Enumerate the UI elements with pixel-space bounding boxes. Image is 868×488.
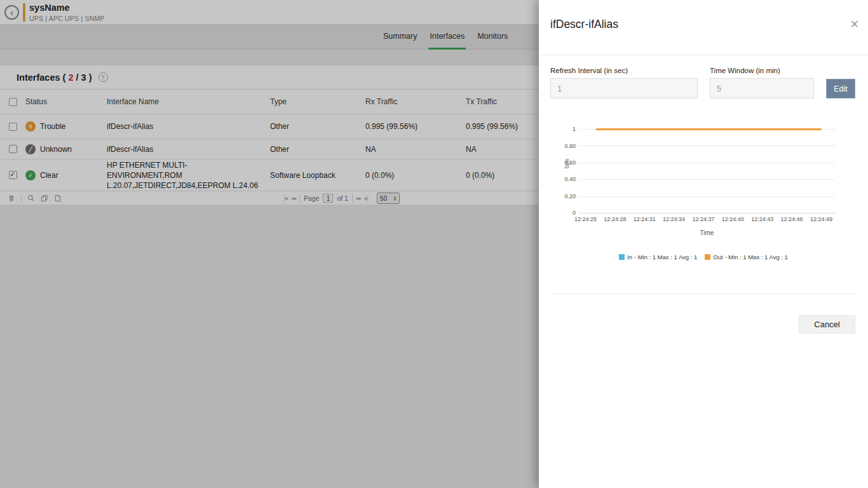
y-tick: 1 [539,126,576,132]
y-tick: 0 [539,210,576,216]
y-tick: 0.80 [539,143,576,149]
x-tick: 12:24:49 [810,216,832,222]
panel-divider [539,55,868,55]
legend-label: In - Min : 1 Max : 1 Avg : 1 [627,254,697,261]
y-tick: 0.40 [539,176,576,182]
edit-button[interactable]: Edit [826,79,855,98]
time-window-input[interactable] [710,78,814,98]
chart-legend: In - Min : 1 Max : 1 Avg : 1 Out - Min :… [539,254,868,261]
panel-title: ifDescr-ifAlias [550,18,618,31]
chart-plot-area [578,129,836,213]
interface-detail-panel: ifDescr-ifAlias ✕ Refresh Interval (in s… [539,0,868,488]
x-tick: 12:24:40 [722,216,744,222]
x-axis-ticks: 12:24:25 12:24:28 12:24:31 12:24:34 12:2… [574,216,832,222]
legend-label: Out - Min : 1 Max : 1 Avg : 1 [713,254,788,261]
x-tick: 12:24:43 [751,216,773,222]
legend-item-out: Out - Min : 1 Max : 1 Avg : 1 [705,254,788,261]
x-tick: 12:24:25 [574,216,597,222]
panel-divider [552,294,855,294]
cancel-button[interactable]: Cancel [799,315,855,334]
y-tick: 0.20 [539,193,576,200]
x-axis-title: Time [578,229,836,236]
legend-item-in: In - Min : 1 Max : 1 Avg : 1 [619,254,697,261]
x-tick: 12:24:37 [692,216,714,222]
app-root: ‹ sysName UPS | APC UPS | SNMP Summary I… [0,0,868,488]
modal-dim-overlay[interactable] [0,0,539,488]
x-tick: 12:24:31 [634,216,656,222]
x-tick: 12:24:46 [781,216,803,222]
out-series-line [596,128,822,130]
time-window-label: Time Window (in min) [710,67,780,74]
out-legend-swatch [705,254,710,260]
x-tick: 12:24:34 [663,216,685,222]
close-icon[interactable]: ✕ [850,18,859,31]
in-legend-swatch [619,254,625,260]
refresh-interval-label: Refresh Interval (in sec) [550,67,628,74]
refresh-interval-input[interactable] [550,78,698,98]
y-tick: 0.60 [539,159,576,166]
x-tick: 12:24:28 [604,216,626,222]
